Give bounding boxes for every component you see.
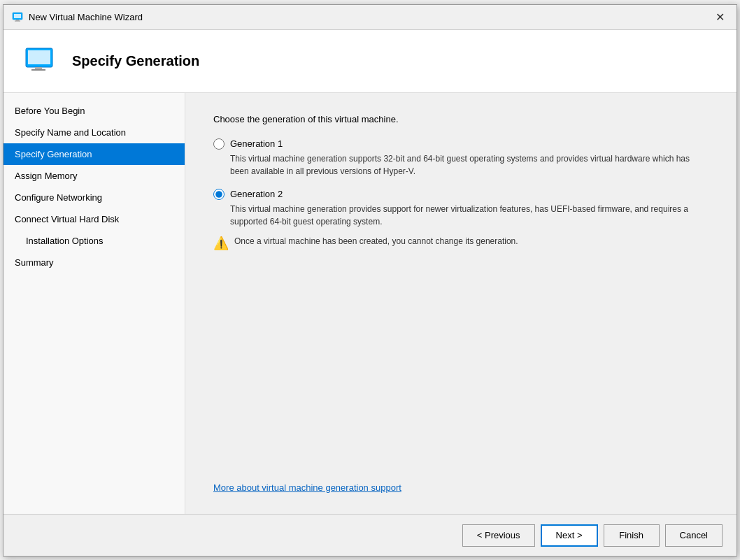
sidebar-item-configure-networking[interactable]: Configure Networking [3,187,185,208]
sidebar-item-summary[interactable]: Summary [3,252,185,273]
generation2-option: Generation 2 This virtual machine genera… [213,189,709,250]
generation2-label[interactable]: Generation 2 [213,189,709,200]
finish-button[interactable]: Finish [604,524,660,547]
sidebar: Before You Begin Specify Name and Locati… [3,93,185,514]
link-area: More about virtual machine generation su… [213,468,709,493]
generation1-label[interactable]: Generation 1 [213,138,709,150]
learn-more-link[interactable]: More about virtual machine generation su… [213,482,401,493]
page-title: Specify Generation [72,53,199,69]
generation1-label-text: Generation 1 [230,138,283,149]
svg-rect-1 [14,14,21,18]
warning-icon: ⚠️ [213,237,229,250]
warning-row: ⚠️ Once a virtual machine has been creat… [213,236,709,250]
content-area: Before You Begin Specify Name and Locati… [3,93,737,514]
generation2-label-text: Generation 2 [230,189,283,199]
svg-rect-2 [16,20,19,21]
main-panel: Choose the generation of this virtual ma… [185,93,737,514]
sidebar-item-before-you-begin[interactable]: Before You Begin [3,100,185,122]
header-area: Specify Generation [3,30,737,93]
svg-rect-5 [28,50,50,64]
sidebar-item-connect-vhd[interactable]: Connect Virtual Hard Disk [3,208,185,230]
sidebar-item-specify-generation[interactable]: Specify Generation [3,143,185,165]
footer: < Previous Next > Finish Cancel [3,514,737,556]
title-bar: New Virtual Machine Wizard ✕ [3,5,737,30]
generation1-description: This virtual machine generation supports… [230,152,709,178]
svg-rect-6 [35,67,42,69]
generation1-option: Generation 1 This virtual machine genera… [213,138,709,178]
sidebar-item-specify-name[interactable]: Specify Name and Location [3,122,185,143]
next-button[interactable]: Next > [541,524,598,547]
generation2-description: This virtual machine generation provides… [230,203,709,228]
radio-group: Generation 1 This virtual machine genera… [213,138,709,250]
close-button[interactable]: ✕ [711,8,728,25]
header-icon [24,47,58,75]
main-description: Choose the generation of this virtual ma… [213,114,709,124]
title-bar-icon [12,11,23,22]
sidebar-item-installation-options[interactable]: Installation Options [3,230,185,252]
generation2-radio[interactable] [213,189,225,200]
generation1-radio[interactable] [213,138,225,150]
previous-button[interactable]: < Previous [462,524,535,547]
svg-rect-7 [31,69,45,71]
cancel-button[interactable]: Cancel [665,524,723,547]
svg-rect-3 [15,21,20,22]
dialog-window: New Virtual Machine Wizard ✕ Specify Gen… [3,4,737,557]
sidebar-item-assign-memory[interactable]: Assign Memory [3,165,185,187]
title-bar-title: New Virtual Machine Wizard [29,12,143,22]
title-bar-left: New Virtual Machine Wizard [12,11,143,22]
warning-text: Once a virtual machine has been created,… [234,236,518,246]
